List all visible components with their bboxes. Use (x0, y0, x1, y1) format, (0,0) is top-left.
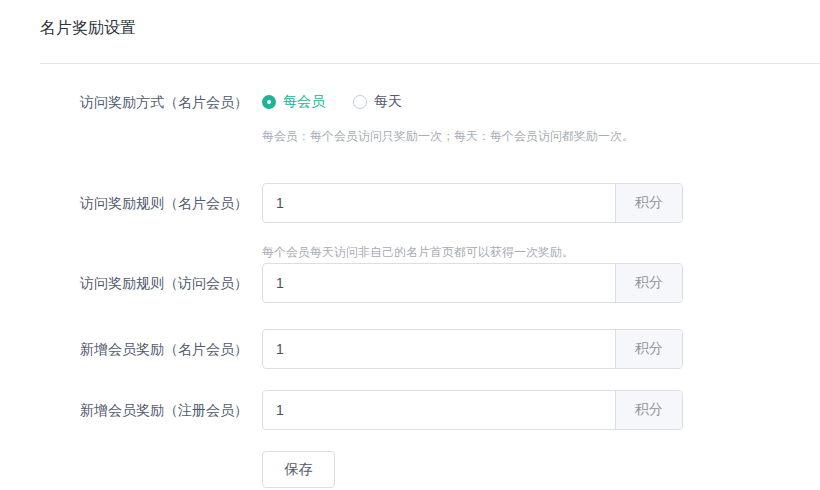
radio-button-per-day[interactable] (353, 95, 367, 109)
new-member-registered-input[interactable] (263, 391, 615, 429)
save-button[interactable]: 保存 (262, 451, 335, 488)
section-divider (40, 63, 820, 64)
new-member-card-unit: 积分 (615, 330, 682, 368)
visit-reward-card-member-label: 访问奖励规则（名片会员） (40, 194, 248, 212)
radio-label-per-member[interactable]: 每会员 (283, 93, 325, 111)
form-row-visit-reward-visitor: 访问奖励规则（访问会员） 积分 (40, 263, 683, 303)
reward-mode-label: 访问奖励方式（名片会员） (40, 93, 248, 111)
radio-option-per-member[interactable]: 每会员 (262, 93, 325, 111)
reward-mode-radio-group: 每会员 每天 (262, 93, 402, 111)
visit-reward-visitor-helper-text: 每个会员每天访问非自己的名片首页都可以获得一次奖励。 (262, 245, 574, 259)
visit-reward-visitor-input-group: 积分 (262, 263, 683, 303)
new-member-card-input-group: 积分 (262, 329, 683, 369)
reward-mode-helper-text: 每会员：每个会员访问只奖励一次；每天：每个会员访问都奖励一次。 (262, 129, 634, 143)
new-member-registered-unit: 积分 (615, 391, 682, 429)
form-row-reward-mode: 访问奖励方式（名片会员） 每会员 每天 (40, 93, 402, 111)
radio-option-per-day[interactable]: 每天 (353, 93, 402, 111)
new-member-card-input[interactable] (263, 330, 615, 368)
visit-reward-visitor-input[interactable] (263, 264, 615, 302)
new-member-registered-input-group: 积分 (262, 390, 683, 430)
page-title: 名片奖励设置 (40, 18, 136, 38)
form-row-new-member-card: 新增会员奖励（名片会员） 积分 (40, 329, 683, 369)
new-member-registered-label: 新增会员奖励（注册会员） (40, 401, 248, 419)
reward-settings-page: 名片奖励设置 访问奖励方式（名片会员） 每会员 每天 每会员：每个会员访问只奖励… (0, 0, 820, 490)
form-row-visit-reward-card-member: 访问奖励规则（名片会员） 积分 (40, 183, 683, 223)
visit-reward-card-member-input[interactable] (263, 184, 615, 222)
form-row-new-member-registered: 新增会员奖励（注册会员） 积分 (40, 390, 683, 430)
radio-label-per-day[interactable]: 每天 (374, 93, 402, 111)
visit-reward-card-member-input-group: 积分 (262, 183, 683, 223)
radio-button-per-member[interactable] (262, 95, 276, 109)
new-member-card-label: 新增会员奖励（名片会员） (40, 340, 248, 358)
visit-reward-visitor-unit: 积分 (615, 264, 682, 302)
visit-reward-visitor-label: 访问奖励规则（访问会员） (40, 274, 248, 292)
visit-reward-card-member-unit: 积分 (615, 184, 682, 222)
